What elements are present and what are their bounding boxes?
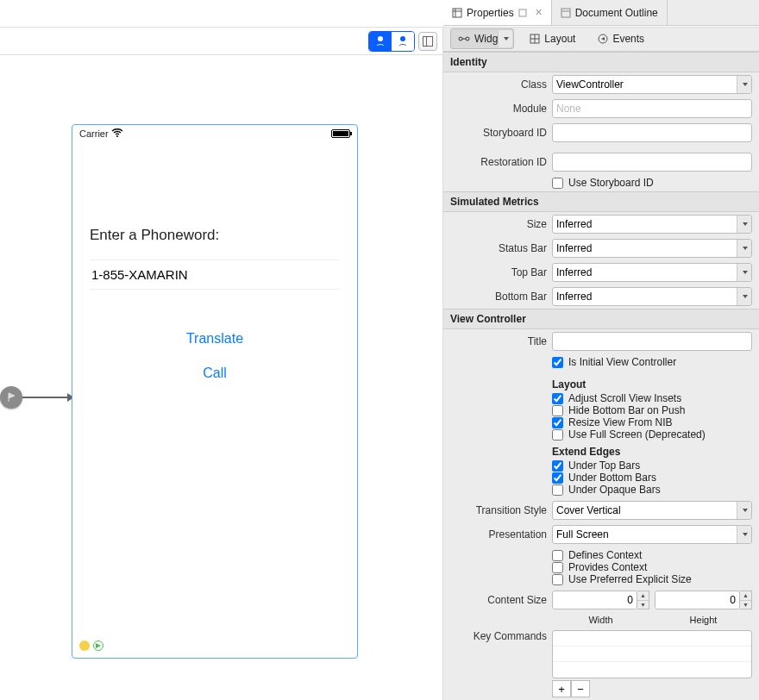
adjust-insets-check[interactable] (552, 393, 563, 404)
svg-point-1 (400, 36, 405, 41)
view-controller-scene[interactable]: Carrier Enter a Phoneword: Translate Cal… (72, 124, 358, 659)
constraint-mode-segmented[interactable] (368, 31, 415, 52)
presentation-label: Presentation (450, 528, 547, 541)
pin-icon[interactable] (518, 9, 527, 17)
use-storyboard-id-check[interactable] (552, 178, 563, 189)
statusbar-select[interactable]: Inferred (552, 239, 752, 258)
height-sublabel: Height (655, 615, 752, 625)
phoneword-prompt-label: Enter a Phoneword: (90, 227, 340, 244)
width-field[interactable] (552, 591, 637, 609)
restoration-id-field[interactable] (552, 153, 752, 172)
restoration-id-label: Restoration ID (450, 156, 547, 168)
width-sublabel: Width (552, 615, 649, 625)
size-select[interactable]: Inferred (552, 215, 752, 234)
initial-vc-arrow[interactable] (0, 386, 74, 409)
hide-bottom-check[interactable] (552, 405, 563, 416)
section-view-controller: View Controller (443, 309, 759, 329)
resize-nib-check[interactable] (552, 417, 563, 428)
defines-context-label: Defines Context (568, 549, 642, 561)
remove-key-command-button[interactable]: − (571, 680, 590, 697)
under-bottom-check[interactable] (552, 472, 563, 484)
provides-context-label: Provides Context (568, 561, 647, 573)
svg-rect-7 (561, 9, 570, 17)
key-commands-label: Key Commands (450, 630, 547, 642)
tab-properties-label: Properties (467, 7, 514, 19)
use-pref-size-check[interactable] (552, 574, 563, 585)
phone-status-bar: Carrier (72, 125, 357, 142)
height-field[interactable] (655, 591, 740, 609)
wifi-icon (111, 128, 123, 139)
mode-widget[interactable]: Widget (450, 28, 514, 49)
mode-widget-label: Widget (474, 33, 506, 45)
extend-heading: Extend Edges (552, 446, 752, 458)
svg-point-9 (466, 37, 469, 41)
mode-events[interactable]: Events (591, 29, 651, 48)
carrier-label: Carrier (79, 128, 109, 139)
mode-layout-label: Layout (544, 33, 575, 45)
presentation-select[interactable]: Full Screen (552, 525, 752, 544)
call-button[interactable]: Call (90, 366, 340, 381)
module-field[interactable] (552, 99, 752, 118)
provides-context-check[interactable] (552, 562, 563, 573)
size-label: Size (450, 218, 547, 230)
close-icon[interactable]: ✕ (535, 7, 543, 18)
events-icon (598, 34, 608, 44)
entry-point-icon (0, 386, 22, 409)
bottombar-select[interactable]: Inferred (552, 287, 752, 306)
storyboard-id-field[interactable] (552, 123, 752, 142)
outline-toggle-button[interactable] (418, 32, 437, 51)
warning-dot-icon (79, 641, 90, 651)
title-field[interactable] (552, 332, 752, 351)
is-initial-label: Is Initial View Controller (568, 356, 676, 368)
svg-point-8 (459, 37, 462, 41)
under-top-label: Under Top Bars (568, 459, 640, 472)
phoneword-input[interactable] (90, 259, 340, 290)
layout-icon (530, 34, 540, 44)
widget-icon (458, 34, 470, 43)
class-label: Class (450, 78, 547, 91)
topbar-label: Top Bar (450, 266, 547, 278)
constraint-mode-constraint[interactable] (392, 32, 414, 51)
transition-select[interactable]: Cover Vertical (552, 501, 752, 520)
use-full-check[interactable] (552, 429, 563, 441)
content-size-label: Content Size (450, 594, 547, 606)
adjust-insets-label: Adjust Scroll View Insets (568, 392, 681, 404)
key-commands-list[interactable] (552, 630, 752, 678)
under-top-check[interactable] (552, 460, 563, 472)
transition-label: Transition Style (450, 504, 547, 516)
battery-icon (331, 129, 350, 138)
hide-bottom-label: Hide Bottom Bar on Push (568, 404, 685, 416)
svg-rect-5 (453, 9, 461, 17)
module-label: Module (450, 103, 547, 115)
is-initial-check[interactable] (552, 357, 563, 368)
use-storyboard-id-label: Use Storyboard ID (568, 177, 654, 189)
under-bottom-label: Under Bottom Bars (568, 472, 656, 484)
topbar-select[interactable]: Inferred (552, 263, 752, 282)
under-opaque-label: Under Opaque Bars (568, 484, 661, 496)
mode-events-label: Events (612, 33, 644, 45)
storyboard-id-label: Storyboard ID (450, 127, 547, 139)
section-identity: Identity (443, 52, 759, 72)
section-simulated: Simulated Metrics (443, 191, 759, 212)
tab-document-outline[interactable]: Document Outline (552, 0, 668, 25)
mode-layout[interactable]: Layout (523, 29, 582, 48)
height-stepper[interactable]: ▲▼ (740, 591, 752, 609)
tab-properties[interactable]: Properties ✕ (443, 0, 552, 25)
tab-outline-label: Document Outline (575, 7, 658, 19)
properties-icon (452, 8, 462, 18)
run-dot-icon (93, 641, 104, 651)
translate-button[interactable]: Translate (90, 331, 340, 347)
svg-rect-3 (423, 36, 427, 46)
add-key-command-button[interactable]: + (552, 680, 571, 697)
storyboard-canvas[interactable]: Carrier Enter a Phoneword: Translate Cal… (0, 55, 442, 700)
under-opaque-check[interactable] (552, 484, 563, 496)
use-full-label: Use Full Screen (Deprecated) (568, 428, 706, 441)
svg-rect-6 (519, 9, 526, 16)
width-stepper[interactable]: ▲▼ (637, 591, 649, 609)
defines-context-check[interactable] (552, 550, 563, 561)
outline-icon (561, 8, 571, 18)
svg-rect-2 (423, 36, 433, 46)
title-label: Title (450, 335, 547, 347)
constraint-mode-frame[interactable] (369, 32, 392, 51)
class-select[interactable]: ViewController (552, 75, 752, 94)
